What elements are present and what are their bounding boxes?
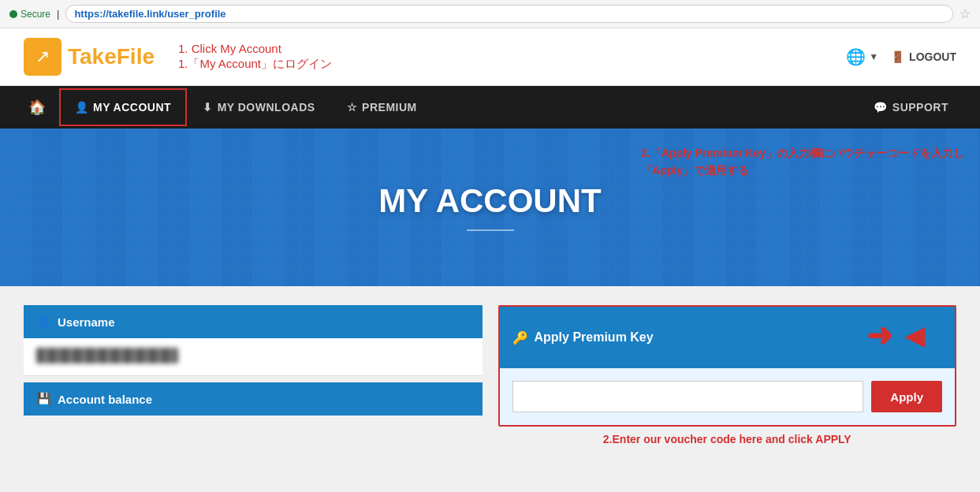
premium-key-wrapper: 🔑 Apply Premium Key ➜ ▼ Apply xyxy=(498,305,957,427)
separator: | xyxy=(57,8,59,20)
header-annotations: 1. Click My Account 1.「My Account」にログイン xyxy=(178,42,332,72)
nav-support[interactable]: 💬 SUPPORT xyxy=(858,88,964,126)
language-selector[interactable]: 🌐 ▼ xyxy=(846,47,878,66)
arrow-down-icon: ➜ xyxy=(866,319,893,356)
dropdown-arrow: ▼ xyxy=(869,51,878,62)
premium-key-body: Apply xyxy=(500,368,956,425)
key-icon: 🔑 xyxy=(512,330,528,345)
url-bar[interactable]: https://takefile.link/user_profile xyxy=(65,5,953,23)
nav-support-label: SUPPORT xyxy=(892,101,948,114)
username-label: Username xyxy=(58,315,115,329)
username-panel-header: 👤 Username xyxy=(24,305,483,338)
site-nav: 🏠 👤 MY ACCOUNT ⬇ MY DOWNLOADS ☆ PREMIUM … xyxy=(0,86,980,129)
username-icon: 👤 xyxy=(36,315,51,329)
logout-label: LOGOUT xyxy=(909,50,956,63)
account-icon: 👤 xyxy=(75,101,89,114)
hero-annotation-line1: 2.「Apply Premium Key」の入力欄にバウチャーコードを入力し xyxy=(641,144,964,162)
bottom-annotation: 2.Enter our voucher code here and click … xyxy=(498,433,957,445)
globe-icon: 🌐 xyxy=(846,47,866,66)
browser-bar: Secure | https://takefile.link/user_prof… xyxy=(0,0,980,28)
logo-icon: ↗ xyxy=(24,38,61,76)
logout-icon: 🚪 xyxy=(891,50,904,63)
logo-text: TakeFile xyxy=(68,44,155,69)
logo-area: ↗ TakeFile xyxy=(24,38,155,76)
nav-my-downloads-label: MY DOWNLOADS xyxy=(218,101,315,114)
logout-button[interactable]: 🚪 LOGOUT xyxy=(891,50,956,63)
balance-icon: 💾 xyxy=(36,392,51,406)
site-header: ↗ TakeFile 1. Click My Account 1.「My Acc… xyxy=(0,28,980,86)
username-panel-body xyxy=(24,338,483,375)
nav-my-account[interactable]: 👤 MY ACCOUNT xyxy=(59,88,188,126)
apply-button[interactable]: Apply xyxy=(871,381,942,412)
secure-label: Secure xyxy=(20,9,50,20)
nav-my-account-label: MY ACCOUNT xyxy=(93,101,171,114)
annotation-step1-en: 1. Click My Account xyxy=(178,42,332,55)
annotation-step1-jp: 1.「My Account」にログイン xyxy=(178,57,332,72)
hero-annotation-line2: 「Apply」で適用する xyxy=(641,162,964,179)
premium-key-header: 🔑 Apply Premium Key ➜ ▼ xyxy=(500,307,956,368)
left-column: 👤 Username 💾 Account balance xyxy=(24,305,483,445)
home-icon: 🏠 xyxy=(28,99,47,116)
separator xyxy=(24,375,483,376)
arrow-down-big-icon: ▼ xyxy=(897,320,937,355)
nav-my-downloads[interactable]: ⬇ MY DOWNLOADS xyxy=(187,88,330,126)
header-right: 🌐 ▼ 🚪 LOGOUT xyxy=(846,47,956,66)
apply-premium-key-label: Apply Premium Key xyxy=(535,330,654,345)
bookmark-icon[interactable]: ☆ xyxy=(960,6,971,21)
hero-section: MY ACCOUNT 2.「Apply Premium Key」の入力欄にバウチ… xyxy=(0,129,980,286)
hero-title: MY ACCOUNT xyxy=(378,182,601,220)
account-balance-label: Account balance xyxy=(58,393,152,406)
nav-premium-label: PREMIUM xyxy=(362,101,417,114)
nav-premium[interactable]: ☆ PREMIUM xyxy=(331,88,433,126)
right-column: 🔑 Apply Premium Key ➜ ▼ Apply 2.Enter ou… xyxy=(498,305,957,445)
chat-icon: 💬 xyxy=(874,101,888,114)
nav-home[interactable]: 🏠 xyxy=(16,86,59,129)
secure-dot xyxy=(9,10,17,18)
main-content: 👤 Username 💾 Account balance 🔑 Apply Pre… xyxy=(0,286,980,464)
download-icon: ⬇ xyxy=(203,101,213,114)
hero-divider xyxy=(467,229,514,231)
hero-annotation: 2.「Apply Premium Key」の入力欄にバウチャーコードを入力し 「… xyxy=(641,144,964,180)
account-balance-panel-header: 💾 Account balance xyxy=(24,382,483,416)
url-text: https://takefile.link/user_profile xyxy=(74,8,225,20)
star-icon: ☆ xyxy=(347,101,358,114)
premium-key-input[interactable] xyxy=(512,381,864,412)
username-value xyxy=(36,348,178,363)
secure-badge: Secure xyxy=(9,9,50,20)
